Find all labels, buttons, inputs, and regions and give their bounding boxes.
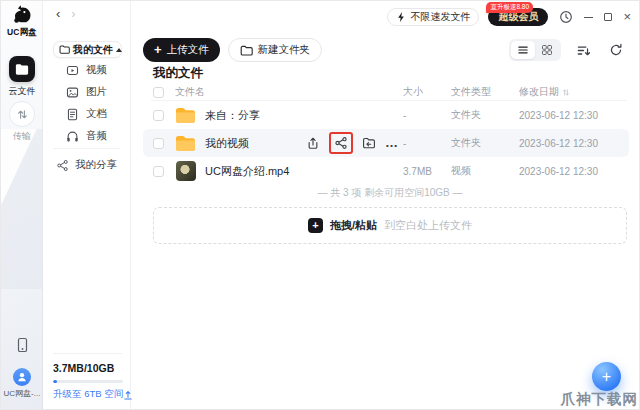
list-view-icon [517, 44, 529, 56]
select-all-checkbox[interactable] [153, 87, 164, 98]
document-icon [66, 108, 79, 121]
upload-arrow-icon [123, 390, 133, 400]
clock-icon[interactable] [559, 10, 573, 24]
column-type[interactable]: 文件类型 [451, 85, 519, 99]
share-file-icon[interactable] [334, 136, 348, 150]
transfer-icon [9, 101, 35, 127]
row-hover-actions: … [306, 132, 403, 154]
file-name: 我的视频 [205, 136, 249, 151]
table-row[interactable]: 来自：分享 - 文件夹 2023-06-12 12:30 [143, 101, 629, 129]
row-checkbox[interactable] [153, 166, 164, 177]
speed-send-label: 不限速发文件 [410, 10, 470, 24]
folder-icon [175, 107, 196, 124]
user-account[interactable]: UC网盘-... [1, 368, 43, 399]
move-file-icon[interactable] [362, 136, 376, 150]
rail-cloud-label: 云文件 [1, 85, 43, 98]
page-title: 我的文件 [153, 65, 203, 82]
sidebar: ‹ › 我的文件 视频 [43, 1, 131, 409]
user-avatar [13, 368, 31, 386]
sort-icon [576, 43, 591, 58]
upload-dropzone[interactable]: + 拖拽/粘贴 到空白处上传文件 [153, 207, 627, 244]
more-actions-icon[interactable]: … [385, 140, 399, 146]
file-date: 2023-06-12 12:30 [519, 138, 627, 149]
sidebar-item-label: 图片 [86, 85, 107, 99]
app-logo: UC网盘 [1, 5, 43, 39]
user-name: UC网盘-... [1, 388, 43, 399]
titlebar-controls: 不限速发文件 直升极速8.80 超级会员 × [387, 8, 631, 26]
video-icon [66, 64, 79, 77]
forward-icon[interactable]: › [71, 7, 75, 21]
column-date[interactable]: 修改日期 [519, 85, 627, 99]
view-mode-segmented [509, 39, 561, 61]
storage-usage: 3.7MB/10GB [53, 362, 122, 374]
upload-file-button[interactable]: + 上传文件 [143, 38, 220, 62]
sort-arrows-icon [562, 88, 570, 97]
minimize-button[interactable] [584, 17, 593, 18]
column-date-label: 修改日期 [519, 85, 559, 99]
sidebar-item-audio[interactable]: 音频 [43, 125, 131, 147]
main-toolbar: + 上传文件 新建文件夹 [143, 37, 627, 63]
site-watermark: 爪神下载网 [561, 390, 639, 409]
history-nav: ‹ › [56, 7, 76, 21]
sidebar-item-videos[interactable]: 视频 [43, 59, 131, 81]
lightning-icon [396, 11, 406, 23]
refresh-icon [609, 43, 623, 57]
collapse-triangle-icon [116, 48, 122, 52]
vip-button-wrap: 直升极速8.80 超级会员 [488, 8, 548, 26]
list-view-button[interactable] [511, 41, 535, 59]
send-file-icon[interactable] [306, 136, 320, 150]
upgrade-label: 升级至 6TB 空间 [53, 388, 123, 401]
speed-send-button[interactable]: 不限速发文件 [387, 8, 479, 26]
dropzone-bold-text: 拖拽/粘贴 [330, 218, 377, 233]
share-action-highlight [329, 132, 353, 154]
row-checkbox[interactable] [153, 110, 164, 121]
mobile-app-button[interactable] [1, 337, 43, 357]
rail-decor [1, 129, 43, 289]
sidebar-root-label: 我的文件 [73, 43, 113, 57]
row-checkbox[interactable] [153, 138, 164, 149]
file-size: 3.7MB [403, 166, 451, 177]
plus-icon: + [308, 218, 323, 233]
folder-icon [175, 135, 196, 152]
file-list: 来自：分享 - 文件夹 2023-06-12 12:30 我的视频 [143, 101, 629, 185]
share-nodes-icon [56, 159, 69, 172]
table-row[interactable]: 我的视频 [143, 129, 629, 157]
file-name: 来自：分享 [205, 108, 260, 123]
sidebar-category-list: 视频 图片 文档 [43, 59, 131, 147]
new-folder-button[interactable]: 新建文件夹 [228, 38, 323, 62]
view-options [509, 39, 627, 61]
rail-item-cloud-files[interactable]: 云文件 [1, 56, 43, 98]
column-size[interactable]: 大小 [403, 85, 451, 99]
storage-panel: 3.7MB/10GB 升级至 6TB 空间 [53, 353, 122, 401]
back-icon[interactable]: ‹ [56, 7, 60, 21]
file-date: 2023-06-12 12:30 [519, 110, 627, 121]
folder-outline-icon [59, 45, 70, 54]
sidebar-share-label: 我的分享 [75, 158, 117, 172]
sidebar-root-my-files[interactable]: 我的文件 [53, 41, 122, 58]
refresh-button[interactable] [605, 39, 627, 61]
upgrade-storage-link[interactable]: 升级至 6TB 空间 [53, 388, 123, 401]
grid-view-button[interactable] [535, 41, 559, 59]
file-type: 文件夹 [451, 108, 519, 122]
grid-view-icon [541, 44, 553, 56]
storage-progress-bar [53, 380, 123, 383]
file-size: - [403, 110, 451, 121]
sidebar-item-label: 视频 [86, 63, 107, 77]
sidebar-item-label: 文档 [86, 107, 107, 121]
rail-item-transfer[interactable]: 传输 [1, 101, 43, 143]
new-folder-label: 新建文件夹 [258, 43, 311, 57]
column-name[interactable]: 文件名 [175, 85, 403, 99]
sidebar-item-my-shares[interactable]: 我的分享 [43, 154, 131, 176]
rail-transfer-label: 传输 [1, 130, 43, 143]
storage-progress-fill [53, 380, 57, 383]
fab-add-button[interactable]: + [592, 362, 621, 391]
close-button[interactable]: × [623, 12, 631, 22]
sidebar-item-images[interactable]: 图片 [43, 81, 131, 103]
table-row[interactable]: UC网盘介绍.mp4 3.7MB 视频 2023-06-12 12:30 [143, 157, 629, 185]
image-icon [66, 86, 79, 99]
plus-icon: + [154, 44, 162, 56]
maximize-button[interactable] [604, 13, 612, 21]
sidebar-item-documents[interactable]: 文档 [43, 103, 131, 125]
phone-icon [15, 337, 30, 353]
sort-button[interactable] [572, 39, 594, 61]
